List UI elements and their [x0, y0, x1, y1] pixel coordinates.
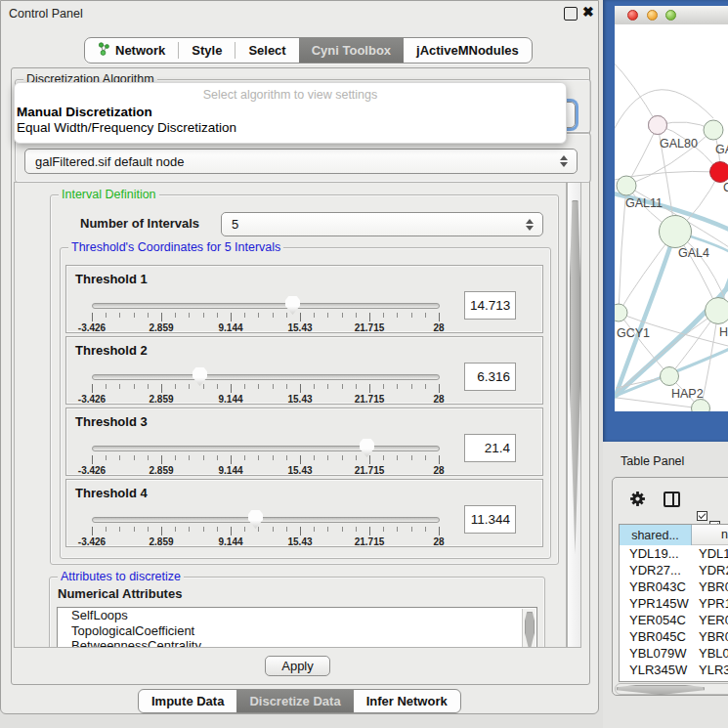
close-icon[interactable]: ✖ — [582, 4, 594, 20]
tab-jactivemnodules[interactable]: jActiveMNodules — [404, 38, 532, 63]
slider-ticks — [92, 313, 440, 321]
float-window-icon[interactable] — [564, 7, 578, 21]
cell-name: YDL1 — [692, 546, 728, 561]
column-header-shared-name[interactable]: shared... — [620, 525, 692, 545]
window-title: Control Panel — [9, 7, 83, 21]
threshold-1-slider[interactable]: -3.426 2.859 9.144 15.43 21.715 28 — [92, 299, 440, 334]
threshold-4-slider[interactable]: -3.426 2.859 9.144 15.43 21.715 28 — [92, 513, 440, 548]
network-view-window: GAL80 GA C GAL11 GAL4 GCY1 H HAP2 — [603, 0, 728, 442]
threshold-label: Threshold 4 — [75, 486, 148, 500]
cell-name: YPR1 — [692, 596, 728, 611]
table-horizontal-scrollbar[interactable] — [615, 683, 728, 695]
threshold-4-value-field[interactable] — [464, 505, 516, 534]
attributes-group: Attributes to discretize Numerical Attri… — [49, 577, 545, 648]
node-gcy1[interactable] — [615, 304, 627, 321]
tab-cyni-toolbox[interactable]: Cyni Toolbox — [299, 38, 404, 63]
list-scrollbar[interactable] — [522, 609, 535, 648]
threshold-2-slider[interactable]: -3.426 2.859 9.144 15.43 21.715 28 — [92, 370, 440, 406]
cell-name: YLR3 — [692, 663, 728, 677]
cell-shared-name: YBL079W — [620, 646, 692, 661]
numerical-attributes-list[interactable]: SelfLoops TopologicalCoefficient Between… — [57, 607, 537, 648]
table-panel-title: Table Panel — [621, 454, 684, 468]
node-gal4[interactable] — [660, 216, 692, 248]
group-title: Interval Definition — [59, 188, 159, 201]
network-graph: GAL80 GA C GAL11 GAL4 GCY1 H HAP2 — [615, 24, 728, 411]
dropdown-option-equal-width-frequency[interactable]: Equal Width/Frequency Discretization — [15, 120, 566, 136]
table-row[interactable]: YIL052CYIL0 — [620, 678, 728, 682]
table-row[interactable]: YLR345WYLR3 — [620, 662, 728, 678]
column-header-name[interactable]: na — [692, 525, 728, 545]
zoom-traffic-light-icon[interactable] — [665, 10, 676, 21]
tab-select[interactable]: Select — [236, 38, 298, 63]
apply-button[interactable]: Apply — [265, 656, 330, 676]
tick-label: 2.859 — [149, 536, 173, 547]
scrollbar-thumb[interactable] — [617, 685, 705, 695]
slider-ticks — [92, 455, 440, 464]
table-row[interactable]: YDL19...YDL1 — [620, 545, 728, 562]
thresholds-group: Threshold's Coordinates for 5 Intervals … — [60, 247, 551, 559]
table-row[interactable]: YBL079WYBL0 — [620, 645, 728, 662]
threshold-2-value-field[interactable] — [464, 363, 516, 391]
cell-name: YBR0 — [692, 629, 728, 644]
table-header-row: shared... na — [620, 525, 728, 545]
table-row[interactable]: YBR043CYBR0 — [620, 578, 728, 595]
network-canvas[interactable]: GAL80 GA C GAL11 GAL4 GCY1 H HAP2 — [615, 24, 728, 411]
list-item[interactable]: TopologicalCoefficient — [58, 623, 536, 639]
table-row[interactable]: YPR145WYPR1 — [620, 595, 728, 612]
tab-label: Select — [248, 43, 285, 58]
table-row[interactable]: YDR27...YDR2 — [620, 562, 728, 578]
threshold-1-value-field[interactable] — [464, 291, 516, 320]
table-data-combobox[interactable]: galFiltered.sif default node — [24, 149, 578, 174]
table-row[interactable]: YER054CYER0 — [620, 612, 728, 628]
slider-track[interactable] — [92, 303, 440, 309]
tab-discretize-data[interactable]: Discretize Data — [236, 690, 353, 712]
slider-track[interactable] — [92, 446, 440, 451]
list-item[interactable]: SelfLoops — [58, 608, 536, 623]
control-panel-tabbar: Network Style Select Cyni Toolbox jActiv… — [84, 37, 533, 64]
minimize-traffic-light-icon[interactable] — [647, 10, 658, 21]
combo-arrows-icon — [560, 155, 568, 167]
table-row[interactable]: YBR045CYBR0 — [620, 628, 728, 645]
scrollbar-thumb[interactable] — [525, 612, 535, 648]
tick-label: 15.43 — [287, 322, 312, 333]
tick-label: -3.426 — [78, 465, 106, 476]
table-panel: Table Panel shared... na YDL19...YDL1 YD… — [603, 442, 728, 728]
node-label: GCY1 — [617, 326, 650, 340]
node-hap2[interactable] — [661, 367, 679, 386]
slider-track[interactable] — [92, 374, 440, 380]
threshold-3-slider[interactable]: -3.426 2.859 9.144 15.43 21.715 28 — [92, 442, 440, 477]
slider-track[interactable] — [92, 517, 440, 523]
tab-impute-data[interactable]: Impute Data — [139, 690, 236, 712]
number-of-intervals-spinner[interactable]: 5 — [221, 212, 543, 236]
tick-label: 15.43 — [287, 536, 312, 547]
settings-scrollbar[interactable] — [567, 182, 581, 648]
threshold-3-value-field[interactable] — [464, 434, 516, 462]
cell-shared-name: YER054C — [620, 613, 692, 627]
close-traffic-light-icon[interactable] — [627, 10, 638, 21]
cell-shared-name: YPR145W — [620, 596, 692, 611]
node-selected-red[interactable] — [710, 162, 728, 183]
scrollbar-thumb[interactable] — [570, 200, 580, 554]
node-gal11[interactable] — [617, 176, 636, 195]
tab-label: Discretize Data — [249, 694, 340, 708]
tick-label: 9.144 — [218, 394, 242, 405]
node-ga[interactable] — [704, 120, 723, 140]
table-settings-gear-icon[interactable] — [629, 491, 646, 511]
tick-label: 28 — [433, 322, 444, 333]
threshold-3-box: Threshold 3 -3.426 2.859 9.144 15.43 21.… — [65, 407, 543, 476]
threshold-1-box: Threshold 1 -3.426 2.859 9.144 15.43 21.… — [65, 265, 543, 333]
tick-label: 28 — [433, 394, 444, 405]
tab-style[interactable]: Style — [179, 38, 235, 63]
column-selector-icon[interactable] — [664, 492, 680, 507]
threshold-label: Threshold 3 — [75, 414, 148, 429]
node-attribute-table[interactable]: shared... na YDL19...YDL1 YDR27...YDR2 Y… — [619, 524, 728, 682]
interval-definition-group: Interval Definition Number of Intervals … — [50, 194, 559, 565]
dropdown-option-manual-discretization[interactable]: Manual Discretization — [15, 105, 566, 120]
tab-network[interactable]: Network — [85, 38, 178, 63]
select-all-checkbox-icon[interactable] — [697, 511, 707, 521]
screen: { "colors": { "group_label_green": "#1db… — [0, 0, 728, 728]
list-item[interactable]: BetweennessCentrality — [58, 638, 536, 648]
tab-infer-network[interactable]: Infer Network — [354, 690, 460, 712]
node-h[interactable] — [706, 298, 728, 324]
network-window-titlebar[interactable] — [615, 6, 728, 25]
